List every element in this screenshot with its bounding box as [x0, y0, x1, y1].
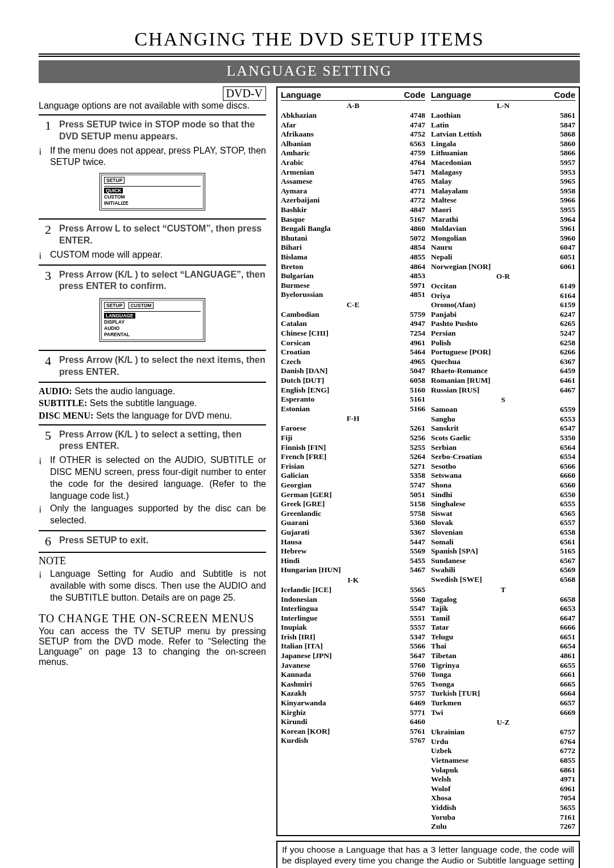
lang-group-label: L-N [431, 101, 575, 110]
step-2-text: Press Arrow L to select “CUSTOM”, then p… [59, 223, 266, 247]
lang-row: Mongolian5960 [431, 234, 575, 243]
lang-row: Serbian6564 [431, 443, 575, 453]
screen2-item: DISPLAY [104, 319, 201, 325]
lang-row: Thai6654 [431, 642, 575, 651]
lang-row: Tibetan4861 [431, 651, 575, 661]
lang-row: Estonian5166 [281, 404, 425, 414]
step-1-text: Press SETUP twice in STOP mode so that t… [59, 119, 266, 143]
left-column: DVD-V Language options are not available… [39, 86, 266, 868]
lang-row: Irish [IRI]5347 [281, 633, 425, 642]
lang-row: Bihari4854 [281, 243, 425, 253]
right-column-wrapper: LanguageCodeA-BAbkhazian4748Afar4747Afri… [276, 86, 580, 868]
lang-row: Kurdish5767 [281, 736, 425, 746]
lang-row: Sundanese6567 [431, 556, 575, 566]
lang-row: Azerbaijani4772 [281, 196, 425, 205]
lang-row: Fiji5256 [281, 433, 425, 443]
screen2-item: PARENTAL [104, 331, 201, 337]
language-code-table: LanguageCodeA-BAbkhazian4748Afar4747Afri… [276, 86, 580, 836]
definitions: AUDIO: Sets the audio language. SUBTITLE… [39, 385, 266, 422]
lang-row: Occitan6149 [431, 282, 575, 291]
sub-text: You can access the TV SETUP menu by pres… [39, 626, 266, 667]
lang-row: Sesotho6566 [431, 462, 575, 472]
lang-row: Samoan6559 [431, 405, 575, 415]
lang-row: Lingala5860 [431, 139, 575, 149]
step-4-text: Press Arrow (K/L ) to select the next it… [59, 354, 266, 378]
lang-row: Kirundi6460 [281, 717, 425, 727]
lang-row: Yiddish5655 [431, 803, 575, 813]
intro-text: Language options are not available with … [39, 101, 266, 111]
lang-row: Catalan4947 [281, 319, 425, 329]
note-text: Language Setting for Audio and Subtitle … [39, 568, 266, 604]
lang-group-label: S [431, 395, 575, 404]
lang-row: Arabic4764 [281, 158, 425, 168]
lang-row: Malay5965 [431, 177, 575, 187]
lang-row: Slovenian6558 [431, 528, 575, 538]
lang-row: Guarani5360 [281, 518, 425, 528]
lang-row: Breton4864 [281, 262, 425, 272]
step-5-note2: Only the languages supported by the disc… [39, 503, 266, 527]
screen1-title: SETUP [104, 177, 125, 184]
subheading: TO CHANGE THE ON-SCREEN MENUS [39, 612, 266, 625]
step-2-note: CUSTOM mode will appear. [39, 249, 266, 261]
lang-row: Byelorussian4851 [281, 290, 425, 300]
lang-row: Uzbek6772 [431, 746, 575, 756]
page-title: CHANGING THE DVD SETUP ITEMS [39, 28, 580, 57]
step-1-note: If the menu does not appear, press PLAY,… [39, 145, 266, 169]
lang-row: Greek [GRE]5158 [281, 499, 425, 509]
lang-table-header: LanguageCode [281, 90, 425, 101]
screen-illustration-2: SETUP CUSTOM LANGUAGE DISPLAY AUDIO PARE… [99, 298, 205, 342]
lang-row: Twi6669 [431, 708, 575, 718]
lang-row: Wolof6961 [431, 784, 575, 794]
lang-row: Lithuanian5866 [431, 148, 575, 158]
lang-row: Maori5955 [431, 205, 575, 215]
lang-row: Finnish [FIN]5255 [281, 443, 425, 453]
lang-row: Inupiak5557 [281, 623, 425, 633]
lang-row: Zulu7267 [431, 822, 575, 832]
step-3-text: Press Arrow (K/L ) to select “LANGUAGE”,… [59, 269, 266, 293]
lang-row: Indonesian5560 [281, 595, 425, 605]
lang-row: Hindi5455 [281, 556, 425, 566]
lang-row: Turkish [TUR]6664 [431, 689, 575, 698]
lang-row: Laothian5861 [431, 111, 575, 121]
lang-row: Volapuk6861 [431, 766, 575, 775]
lang-row: Chinese [CHI]7254 [281, 329, 425, 338]
lang-row: Hungarian [HUN]5467 [281, 565, 425, 575]
lang-row: Siswat6565 [431, 509, 575, 519]
language-code-note: If you choose a Language that has a 3 le… [276, 841, 580, 868]
lang-row: Tamil6647 [431, 614, 575, 623]
lang-table-header: LanguageCode [431, 90, 575, 101]
lang-row: Portuguese [POR]6266 [431, 348, 575, 357]
lang-row: Spanish [SPA]5165 [431, 547, 575, 556]
screen1-item: CUSTOM [104, 193, 201, 200]
screen2-item: AUDIO [104, 325, 201, 331]
lang-row: Tajik6653 [431, 604, 575, 614]
lang-row: Turkmen6657 [431, 698, 575, 708]
step-number: 5 [39, 429, 51, 453]
lang-row: Maltese5966 [431, 196, 575, 205]
step-number: 3 [39, 269, 51, 293]
lang-row: Tonga6661 [431, 670, 575, 680]
lang-row: Croatian5464 [281, 348, 425, 357]
lang-group-label: O-R [431, 272, 575, 281]
lang-group-label: F-H [281, 414, 425, 423]
dvd-video-badge: DVD-V [223, 86, 266, 101]
lang-row: Russian [RUS]6467 [431, 386, 575, 395]
lang-row: Shona6560 [431, 481, 575, 490]
lang-row: Tigrinya6655 [431, 661, 575, 671]
lang-row: Oromo(Afan)6159 [431, 300, 575, 310]
lang-row: Norwegian [NOR]6061 [431, 262, 575, 272]
step-6-text: Press SETUP to exit. [59, 535, 148, 548]
lang-row: Afar4747 [281, 121, 425, 130]
note-heading: NOTE [39, 555, 266, 567]
lang-row: Kirghiz5771 [281, 708, 425, 718]
lang-row: French [FRE]5264 [281, 452, 425, 462]
lang-group-label: U-Z [431, 718, 575, 727]
screen2-item: LANGUAGE [104, 313, 135, 319]
lang-row: Panjabi6247 [431, 310, 575, 320]
lang-row: Vietnamese6855 [431, 756, 575, 766]
lang-row: Icelandic [ICE]5565 [281, 585, 425, 595]
lang-row: Welsh4971 [431, 775, 575, 784]
lang-row: Greenlandic5758 [281, 509, 425, 519]
lang-group-label: T [431, 585, 575, 594]
step-number: 6 [39, 535, 51, 548]
